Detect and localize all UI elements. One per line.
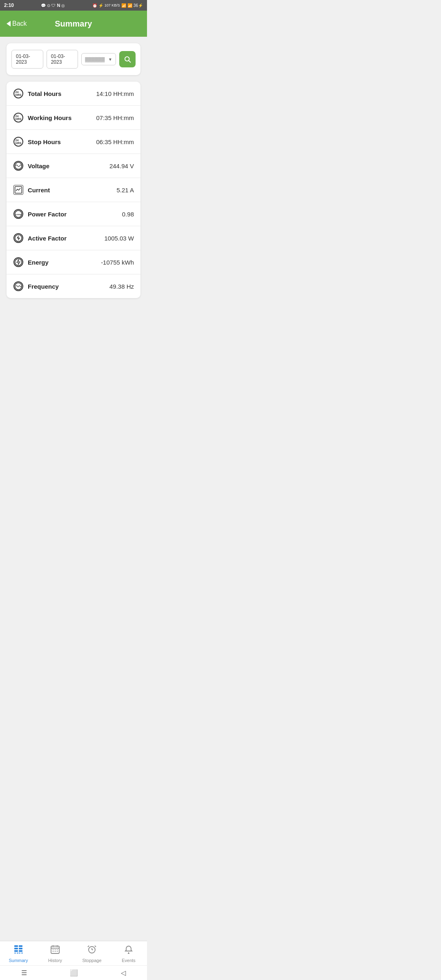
stop-hours-icon: 24HRS — [13, 136, 24, 147]
search-icon — [124, 56, 131, 63]
battery: 36⚡ — [134, 3, 143, 8]
svg-line-1 — [129, 60, 130, 62]
bluetooth-icon: ⚡ — [98, 3, 103, 8]
stop-hours-row: 24HRS Stop Hours 06:35 HH:mm — [7, 130, 140, 154]
filter-dropdown[interactable]: ▓▓▓▓▓▓ ▼ — [81, 53, 116, 65]
frequency-row: Frequency 49.38 Hz — [7, 274, 140, 298]
svg-text:cosφ: cosφ — [16, 213, 21, 216]
end-date-input[interactable]: 01-03-2023 — [47, 50, 78, 69]
voltage-icon — [13, 160, 24, 171]
start-date-input[interactable]: 01-03-2023 — [11, 50, 43, 69]
shield-icon: 🛡 — [51, 3, 56, 8]
filter-card: 01-03-2023 01-03-2023 ▓▓▓▓▓▓ ▼ — [7, 43, 140, 75]
active-factor-row: Active Factor 1005.03 W — [7, 226, 140, 250]
active-factor-icon — [13, 233, 24, 243]
frequency-value: 49.38 Hz — [109, 283, 134, 290]
wifi-icon: 📶 — [121, 3, 126, 8]
status-system-icons: ⏰ ⚡ 107 KB/S 📶 📶 36⚡ — [92, 3, 143, 8]
voltage-value: 244.94 V — [109, 163, 134, 169]
total-hours-label: Total Hours — [28, 90, 61, 97]
current-icon — [13, 185, 24, 195]
svg-marker-7 — [17, 235, 20, 241]
metrics-card: 24HRS Total Hours 14:10 HH:mm 24HRS Work… — [7, 82, 140, 298]
energy-row: Energy -10755 kWh — [7, 250, 140, 274]
total-hours-icon: 24HRS — [13, 88, 24, 99]
active-factor-value: 1005.03 W — [104, 235, 134, 242]
frequency-label: Frequency — [28, 283, 59, 290]
frequency-icon — [13, 281, 24, 292]
power-factor-label: Power Factor — [28, 211, 67, 218]
svg-marker-9 — [17, 259, 20, 265]
current-label: Current — [28, 187, 50, 194]
google-icon: ⊙ — [47, 3, 50, 8]
energy-label: Energy — [28, 259, 49, 266]
search-button[interactable] — [119, 51, 136, 67]
working-hours-row: 24HRS Working Hours 07:35 HH:mm — [7, 106, 140, 130]
back-button[interactable]: Back — [7, 20, 27, 27]
power-factor-row: cosφ Power Factor 0.98 — [7, 202, 140, 226]
chevron-down-icon: ▼ — [108, 57, 112, 62]
header: Back Summary — [0, 11, 147, 37]
working-hours-value: 07:35 HH:mm — [96, 114, 134, 121]
active-factor-label: Active Factor — [28, 235, 67, 242]
main-content: 01-03-2023 01-03-2023 ▓▓▓▓▓▓ ▼ 24HRS Tot… — [0, 37, 147, 305]
current-value: 5.21 A — [116, 187, 134, 194]
back-label: Back — [12, 20, 27, 27]
page-title: Summary — [27, 19, 120, 29]
signal-icon: 📶 — [127, 3, 132, 8]
stop-hours-label: Stop Hours — [28, 138, 61, 145]
voltage-row: Voltage 244.94 V — [7, 154, 140, 178]
current-row: Current 5.21 A — [7, 178, 140, 202]
whatsapp-icon: 💬 — [41, 3, 46, 8]
stop-hours-value: 06:35 HH:mm — [96, 138, 134, 145]
total-hours-row: 24HRS Total Hours 14:10 HH:mm — [7, 82, 140, 106]
circle-icon: ◎ — [61, 3, 65, 8]
working-hours-label: Working Hours — [28, 114, 71, 121]
power-factor-icon: cosφ — [13, 209, 24, 219]
energy-icon — [13, 257, 24, 267]
status-notification-icons: 💬 ⊙ 🛡 N ◎ — [41, 3, 65, 8]
svg-point-2 — [15, 163, 22, 169]
status-time: 2:10 — [4, 2, 14, 8]
power-factor-value: 0.98 — [122, 211, 134, 218]
total-hours-value: 14:10 HH:mm — [96, 90, 134, 97]
alarm-icon: ⏰ — [92, 3, 97, 8]
energy-value: -10755 kWh — [101, 259, 134, 266]
dropdown-value: ▓▓▓▓▓▓ — [85, 57, 105, 62]
back-arrow-icon — [7, 21, 11, 27]
working-hours-icon: 24HRS — [13, 112, 24, 123]
network-speed: 107 KB/S — [105, 3, 120, 7]
n-icon: N — [57, 3, 60, 8]
voltage-label: Voltage — [28, 163, 49, 169]
status-bar: 2:10 💬 ⊙ 🛡 N ◎ ⏰ ⚡ 107 KB/S 📶 📶 36⚡ — [0, 0, 147, 11]
